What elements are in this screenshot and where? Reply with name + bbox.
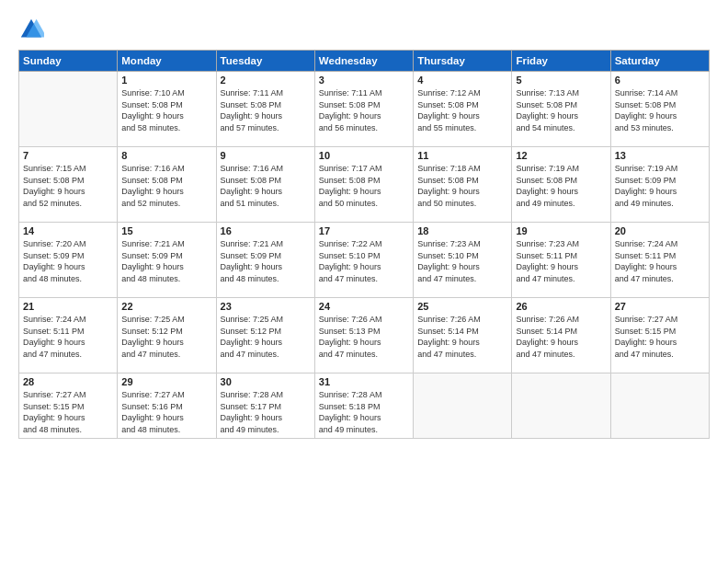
day-number: 16 — [221, 225, 311, 236]
day-number: 15 — [121, 225, 211, 236]
day-info: Sunrise: 7:23 AM Sunset: 5:11 PM Dayligh… — [516, 238, 606, 284]
day-number: 10 — [319, 150, 409, 161]
day-cell: 24Sunrise: 7:26 AM Sunset: 5:13 PM Dayli… — [314, 298, 413, 373]
day-cell — [610, 373, 709, 439]
day-number: 31 — [319, 376, 409, 387]
day-info: Sunrise: 7:26 AM Sunset: 5:14 PM Dayligh… — [516, 314, 606, 360]
day-cell: 29Sunrise: 7:27 AM Sunset: 5:16 PM Dayli… — [118, 373, 216, 439]
day-info: Sunrise: 7:11 AM Sunset: 5:08 PM Dayligh… — [319, 87, 409, 133]
day-cell: 15Sunrise: 7:21 AM Sunset: 5:09 PM Dayli… — [118, 223, 216, 298]
day-number: 22 — [121, 301, 211, 312]
day-info: Sunrise: 7:12 AM Sunset: 5:08 PM Dayligh… — [417, 87, 507, 133]
day-cell: 12Sunrise: 7:19 AM Sunset: 5:08 PM Dayli… — [512, 147, 610, 223]
day-cell: 10Sunrise: 7:17 AM Sunset: 5:08 PM Dayli… — [314, 147, 413, 223]
day-info: Sunrise: 7:20 AM Sunset: 5:09 PM Dayligh… — [23, 238, 113, 284]
calendar-table: SundayMondayTuesdayWednesdayThursdayFrid… — [18, 50, 710, 439]
day-info: Sunrise: 7:27 AM Sunset: 5:15 PM Dayligh… — [615, 314, 705, 360]
day-cell: 30Sunrise: 7:28 AM Sunset: 5:17 PM Dayli… — [216, 373, 314, 439]
day-info: Sunrise: 7:11 AM Sunset: 5:08 PM Dayligh… — [221, 87, 311, 133]
day-number: 21 — [23, 301, 113, 312]
day-cell: 11Sunrise: 7:18 AM Sunset: 5:08 PM Dayli… — [414, 147, 512, 223]
day-info: Sunrise: 7:21 AM Sunset: 5:09 PM Dayligh… — [221, 238, 311, 284]
day-number: 19 — [516, 225, 606, 236]
day-info: Sunrise: 7:18 AM Sunset: 5:08 PM Dayligh… — [417, 163, 507, 209]
day-info: Sunrise: 7:13 AM Sunset: 5:08 PM Dayligh… — [516, 87, 606, 133]
day-cell: 28Sunrise: 7:27 AM Sunset: 5:15 PM Dayli… — [19, 373, 118, 439]
day-cell: 2Sunrise: 7:11 AM Sunset: 5:08 PM Daylig… — [216, 72, 314, 147]
day-info: Sunrise: 7:16 AM Sunset: 5:08 PM Dayligh… — [221, 163, 311, 209]
day-cell: 5Sunrise: 7:13 AM Sunset: 5:08 PM Daylig… — [512, 72, 610, 147]
day-cell: 22Sunrise: 7:25 AM Sunset: 5:12 PM Dayli… — [118, 298, 216, 373]
day-cell: 17Sunrise: 7:22 AM Sunset: 5:10 PM Dayli… — [314, 223, 413, 298]
day-number: 25 — [417, 301, 507, 312]
day-number: 5 — [516, 75, 606, 86]
col-header-sunday: Sunday — [19, 51, 118, 72]
day-number: 7 — [23, 150, 113, 161]
col-header-tuesday: Tuesday — [216, 51, 314, 72]
day-number: 27 — [615, 301, 705, 312]
day-number: 18 — [417, 225, 507, 236]
day-cell: 19Sunrise: 7:23 AM Sunset: 5:11 PM Dayli… — [512, 223, 610, 298]
day-number: 8 — [121, 150, 211, 161]
day-info: Sunrise: 7:28 AM Sunset: 5:17 PM Dayligh… — [221, 389, 311, 435]
day-info: Sunrise: 7:27 AM Sunset: 5:16 PM Dayligh… — [121, 389, 211, 435]
day-cell — [414, 373, 512, 439]
day-info: Sunrise: 7:14 AM Sunset: 5:08 PM Dayligh… — [615, 87, 705, 133]
day-cell: 23Sunrise: 7:25 AM Sunset: 5:12 PM Dayli… — [216, 298, 314, 373]
day-info: Sunrise: 7:24 AM Sunset: 5:11 PM Dayligh… — [23, 314, 113, 360]
day-info: Sunrise: 7:24 AM Sunset: 5:11 PM Dayligh… — [615, 238, 705, 284]
day-number: 23 — [221, 301, 311, 312]
day-number: 14 — [23, 225, 113, 236]
page: SundayMondayTuesdayWednesdayThursdayFrid… — [0, 0, 728, 563]
col-header-thursday: Thursday — [414, 51, 512, 72]
day-cell: 18Sunrise: 7:23 AM Sunset: 5:10 PM Dayli… — [414, 223, 512, 298]
day-number: 28 — [23, 376, 113, 387]
header — [18, 17, 710, 42]
day-number: 12 — [516, 150, 606, 161]
day-number: 26 — [516, 301, 606, 312]
week-row-1: 1Sunrise: 7:10 AM Sunset: 5:08 PM Daylig… — [19, 72, 710, 147]
day-info: Sunrise: 7:25 AM Sunset: 5:12 PM Dayligh… — [121, 314, 211, 360]
day-cell: 1Sunrise: 7:10 AM Sunset: 5:08 PM Daylig… — [118, 72, 216, 147]
day-info: Sunrise: 7:26 AM Sunset: 5:13 PM Dayligh… — [319, 314, 409, 360]
day-info: Sunrise: 7:22 AM Sunset: 5:10 PM Dayligh… — [319, 238, 409, 284]
day-number: 1 — [121, 75, 211, 86]
day-number: 2 — [221, 75, 311, 86]
day-info: Sunrise: 7:26 AM Sunset: 5:14 PM Dayligh… — [417, 314, 507, 360]
day-cell: 7Sunrise: 7:15 AM Sunset: 5:08 PM Daylig… — [19, 147, 118, 223]
day-cell: 21Sunrise: 7:24 AM Sunset: 5:11 PM Dayli… — [19, 298, 118, 373]
day-info: Sunrise: 7:19 AM Sunset: 5:08 PM Dayligh… — [516, 163, 606, 209]
day-number: 20 — [615, 225, 705, 236]
week-row-4: 21Sunrise: 7:24 AM Sunset: 5:11 PM Dayli… — [19, 298, 710, 373]
day-info: Sunrise: 7:10 AM Sunset: 5:08 PM Dayligh… — [121, 87, 211, 133]
day-info: Sunrise: 7:27 AM Sunset: 5:15 PM Dayligh… — [23, 389, 113, 435]
col-header-wednesday: Wednesday — [314, 51, 413, 72]
day-cell: 6Sunrise: 7:14 AM Sunset: 5:08 PM Daylig… — [610, 72, 709, 147]
day-cell: 8Sunrise: 7:16 AM Sunset: 5:08 PM Daylig… — [118, 147, 216, 223]
col-header-monday: Monday — [118, 51, 216, 72]
day-cell: 26Sunrise: 7:26 AM Sunset: 5:14 PM Dayli… — [512, 298, 610, 373]
day-number: 29 — [121, 376, 211, 387]
day-info: Sunrise: 7:17 AM Sunset: 5:08 PM Dayligh… — [319, 163, 409, 209]
day-number: 4 — [417, 75, 507, 86]
day-number: 6 — [615, 75, 705, 86]
header-row: SundayMondayTuesdayWednesdayThursdayFrid… — [19, 51, 710, 72]
day-info: Sunrise: 7:25 AM Sunset: 5:12 PM Dayligh… — [221, 314, 311, 360]
week-row-2: 7Sunrise: 7:15 AM Sunset: 5:08 PM Daylig… — [19, 147, 710, 223]
day-number: 3 — [319, 75, 409, 86]
logo — [18, 17, 48, 42]
week-row-5: 28Sunrise: 7:27 AM Sunset: 5:15 PM Dayli… — [19, 373, 710, 439]
day-info: Sunrise: 7:28 AM Sunset: 5:18 PM Dayligh… — [319, 389, 409, 435]
day-number: 17 — [319, 225, 409, 236]
day-cell — [512, 373, 610, 439]
day-number: 11 — [417, 150, 507, 161]
day-cell: 4Sunrise: 7:12 AM Sunset: 5:08 PM Daylig… — [414, 72, 512, 147]
day-number: 30 — [221, 376, 311, 387]
day-info: Sunrise: 7:23 AM Sunset: 5:10 PM Dayligh… — [417, 238, 507, 284]
day-number: 9 — [221, 150, 311, 161]
logo-icon — [18, 17, 44, 42]
day-info: Sunrise: 7:15 AM Sunset: 5:08 PM Dayligh… — [23, 163, 113, 209]
day-number: 13 — [615, 150, 705, 161]
day-cell: 14Sunrise: 7:20 AM Sunset: 5:09 PM Dayli… — [19, 223, 118, 298]
day-cell: 3Sunrise: 7:11 AM Sunset: 5:08 PM Daylig… — [314, 72, 413, 147]
